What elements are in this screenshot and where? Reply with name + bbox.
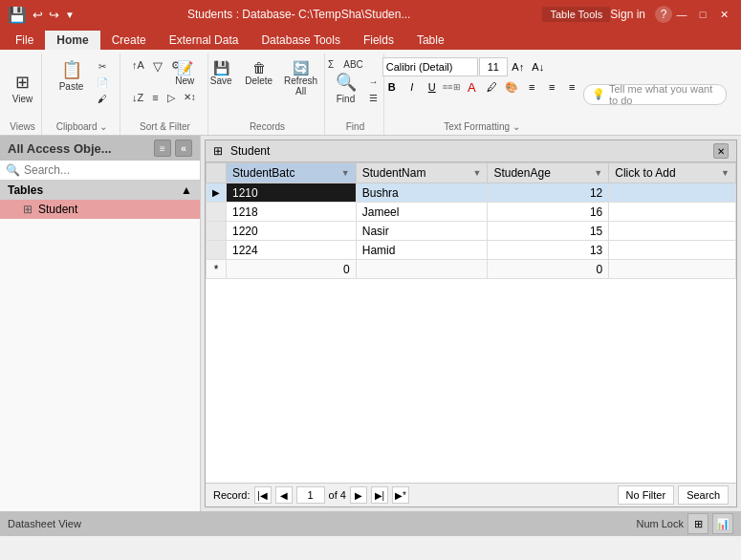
font-size-input[interactable] xyxy=(479,57,508,76)
refresh-btn[interactable]: 🔄 RefreshAll xyxy=(279,57,322,99)
cell-name-new[interactable] xyxy=(356,260,488,279)
pivot-view-btn[interactable]: 📊 xyxy=(712,513,733,534)
help-btn[interactable]: ? xyxy=(655,6,672,23)
save-icon[interactable]: 💾 xyxy=(8,6,27,24)
align-left-btn[interactable]: ≡ xyxy=(522,78,541,96)
cell-batch-new[interactable]: 0 xyxy=(227,260,357,279)
tab-fields[interactable]: Fields xyxy=(352,31,405,50)
first-record-btn[interactable]: |◀ xyxy=(254,486,272,504)
search-btn[interactable]: Search xyxy=(678,485,729,505)
select-btn[interactable]: ☰ xyxy=(365,91,382,105)
tab-home[interactable]: Home xyxy=(45,31,99,50)
view-btn[interactable]: ⊞ View xyxy=(6,70,40,107)
tab-table[interactable]: Table xyxy=(405,31,456,50)
bold-btn[interactable]: B xyxy=(382,78,402,96)
tab-database-tools[interactable]: Database Tools xyxy=(250,31,352,50)
underline-btn[interactable]: U xyxy=(423,78,442,96)
tell-me-text: Tell me what you want to do xyxy=(609,83,718,106)
col-header-name[interactable]: StudentNam ▼ xyxy=(356,163,488,183)
last-record-btn[interactable]: ▶| xyxy=(371,486,388,504)
tab-external-data[interactable]: External Data xyxy=(158,31,251,50)
nav-sort-btn[interactable]: ≡ xyxy=(154,140,171,157)
col-age-filter-icon[interactable]: ▼ xyxy=(594,168,602,178)
highlight-btn[interactable]: 🖊 xyxy=(482,78,501,96)
cell-name-3[interactable]: Nasir xyxy=(356,222,488,241)
new-btn[interactable]: 📝 New xyxy=(167,57,202,89)
tab-file[interactable]: File xyxy=(4,31,45,50)
undo-btn[interactable]: ↩ xyxy=(33,8,43,22)
go-to-btn[interactable]: → xyxy=(365,75,382,89)
sign-in-btn[interactable]: Sign in xyxy=(610,8,645,21)
tell-me-input[interactable]: 💡 Tell me what you want to do xyxy=(583,84,727,105)
close-btn[interactable]: ✕ xyxy=(714,5,733,24)
nav-collapse-btn[interactable]: « xyxy=(175,140,192,157)
new-record-row[interactable]: * 0 0 xyxy=(207,260,736,279)
go-to-icon: → xyxy=(369,76,379,87)
redo-btn[interactable]: ↪ xyxy=(49,8,59,22)
delete-btn[interactable]: 🗑 Delete xyxy=(240,57,277,89)
cell-batch-4[interactable]: 1224 xyxy=(227,241,357,260)
find-btn[interactable]: 🔍 Find xyxy=(329,70,363,107)
font-size-down-btn[interactable]: A↓ xyxy=(529,58,548,75)
table-row[interactable]: 1220 Nasir 15 xyxy=(207,222,736,241)
cell-age-new[interactable]: 0 xyxy=(488,260,609,279)
cell-add-new xyxy=(609,260,736,279)
font-color-btn[interactable]: A xyxy=(462,78,481,96)
descending-btn[interactable]: ↓Z xyxy=(128,90,147,105)
col-batch-filter-icon[interactable]: ▼ xyxy=(341,168,350,178)
save-record-btn[interactable]: 💾 Save xyxy=(204,57,238,89)
sign-in-area: Sign in ? xyxy=(610,6,672,23)
font-size-up-btn[interactable]: A↑ xyxy=(509,58,528,75)
maximize-btn[interactable]: □ xyxy=(693,5,712,24)
table-row[interactable]: ▶ 1210 Bushra 12 xyxy=(207,183,736,203)
datasheet-view-btn[interactable]: ⊞ xyxy=(687,513,708,534)
col-add-filter-icon[interactable]: ▼ xyxy=(721,168,730,178)
next-record-btn[interactable]: ▶ xyxy=(350,486,367,504)
nav-search-input[interactable] xyxy=(24,163,194,177)
cell-age-3[interactable]: 15 xyxy=(488,222,609,241)
italic-btn[interactable]: I xyxy=(403,78,422,96)
background-color-btn[interactable]: 🎨 xyxy=(502,78,521,96)
filter-btn[interactable]: ▽ xyxy=(149,57,166,75)
cell-batch-1[interactable]: 1210 xyxy=(227,183,357,203)
table-close-btn[interactable]: ✕ xyxy=(713,143,729,159)
cell-batch-3[interactable]: 1220 xyxy=(227,222,357,241)
new-record-btn[interactable]: ▶* xyxy=(392,486,409,504)
cut-btn[interactable]: ✂ xyxy=(93,59,112,74)
cell-age-4[interactable]: 13 xyxy=(488,241,609,260)
col-header-click-to-add[interactable]: Click to Add ▼ xyxy=(609,163,736,183)
cell-batch-2[interactable]: 1218 xyxy=(227,203,357,222)
row-selector-2 xyxy=(207,203,227,222)
tab-create[interactable]: Create xyxy=(100,31,158,50)
copy-btn[interactable]: 📄 xyxy=(93,75,112,90)
cell-age-2[interactable]: 16 xyxy=(488,203,609,222)
selection-btn[interactable]: ≡ xyxy=(148,90,162,105)
table-row[interactable]: 1218 Jameel 16 xyxy=(207,203,736,222)
table-row[interactable]: 1224 Hamid 13 xyxy=(207,241,736,260)
paste-btn[interactable]: 📋 Paste xyxy=(53,57,91,95)
col-name-filter-icon[interactable]: ▼ xyxy=(473,168,482,178)
cell-name-4[interactable]: Hamid xyxy=(356,241,488,260)
ribbon: ⊞ View Views 📋 Paste ✂ 📄 🖌 xyxy=(0,50,741,136)
cell-age-1[interactable]: 12 xyxy=(488,183,609,203)
cell-name-1[interactable]: Bushra xyxy=(356,183,488,203)
no-filter-btn[interactable]: No Filter xyxy=(618,485,675,505)
col-header-batch[interactable]: StudentBatc ▼ xyxy=(227,163,357,183)
cell-name-2[interactable]: Jameel xyxy=(356,203,488,222)
col-header-age[interactable]: StudenAge ▼ xyxy=(488,163,609,183)
records-label: Records xyxy=(250,119,285,135)
sort-filter-label: Sort & Filter xyxy=(140,119,190,135)
nav-item-student[interactable]: ⊞ Student xyxy=(0,200,200,219)
nav-section-tables[interactable]: Tables ▲ xyxy=(0,181,200,200)
align-center-btn[interactable]: ≡ xyxy=(542,78,561,96)
quick-access-arrow[interactable]: ▼ xyxy=(65,10,75,20)
current-record-input[interactable] xyxy=(296,486,325,504)
minimize-btn[interactable]: — xyxy=(672,5,691,24)
table-body: ▶ 1210 Bushra 12 1218 Jameel 16 xyxy=(207,183,736,279)
ascending-btn[interactable]: ↑A xyxy=(128,57,148,73)
cell-add-4 xyxy=(609,241,736,260)
format-painter-btn[interactable]: 🖌 xyxy=(93,92,112,106)
font-name-input[interactable] xyxy=(382,57,478,76)
find-icon: 🔍 xyxy=(336,73,357,94)
prev-record-btn[interactable]: ◀ xyxy=(275,486,293,504)
